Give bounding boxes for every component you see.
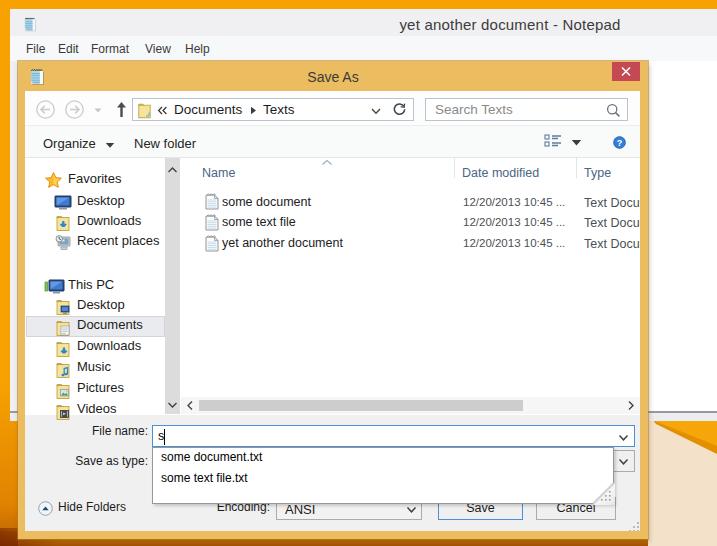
svg-text:?: ? — [617, 138, 623, 148]
